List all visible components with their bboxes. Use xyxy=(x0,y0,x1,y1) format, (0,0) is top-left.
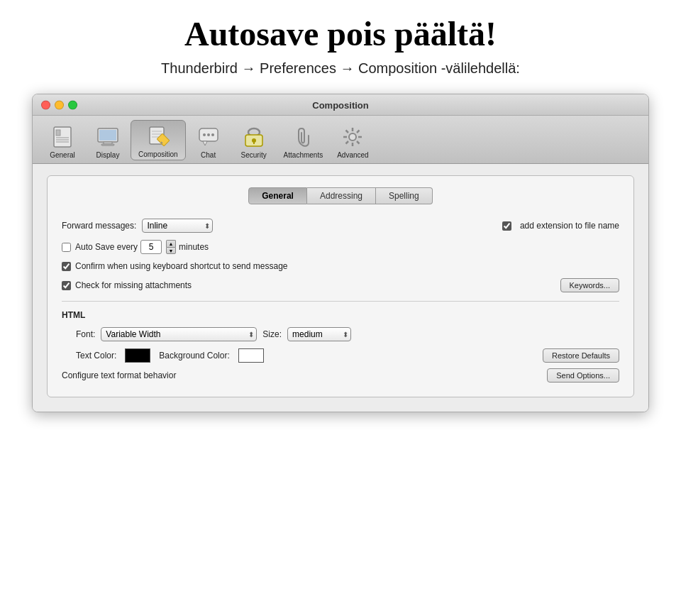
svg-point-18 xyxy=(207,133,210,136)
autosave-row: Auto Save every ▲ ▼ minutes xyxy=(62,240,619,254)
autosave-value-input[interactable] xyxy=(140,240,162,254)
minimize-button[interactable] xyxy=(55,100,64,109)
attachments-icon xyxy=(290,124,316,150)
send-options-button[interactable]: Send Options... xyxy=(547,368,619,383)
forward-messages-select-wrapper: Inline As Attachment xyxy=(142,219,213,233)
restore-defaults-button[interactable]: Restore Defaults xyxy=(543,348,619,363)
forward-messages-label: Forward messages: xyxy=(62,221,136,231)
close-button[interactable] xyxy=(41,100,50,109)
font-row: Font: Variable Width Serif Sans-Serif Mo… xyxy=(76,327,619,341)
toolbar-item-attachments[interactable]: Attachments xyxy=(277,121,331,160)
autosave-label: Auto Save every xyxy=(75,242,138,252)
size-select[interactable]: x-small small medium large x-large xyxy=(287,327,351,341)
svg-rect-6 xyxy=(99,130,116,141)
color-row: Text Color: Background Color: Restore De… xyxy=(76,348,619,363)
bg-color-label: Background Color: xyxy=(159,351,229,361)
toolbar-label-attachments: Attachments xyxy=(284,151,323,159)
toolbar-label-composition: Composition xyxy=(138,150,178,158)
check-attachments-label: Check for missing attachments xyxy=(75,280,192,290)
security-icon xyxy=(241,124,267,150)
separator-1 xyxy=(62,301,619,302)
toolbar-item-security[interactable]: Security xyxy=(231,121,277,160)
svg-line-29 xyxy=(346,131,349,133)
display-icon xyxy=(95,124,121,150)
traffic-lights xyxy=(41,100,77,109)
forward-messages-select[interactable]: Inline As Attachment xyxy=(142,219,213,233)
toolbar-label-general: General xyxy=(50,151,75,159)
configure-row: Configure text format behavior Send Opti… xyxy=(62,368,619,383)
autosave-stepper: ▲ ▼ xyxy=(166,240,176,254)
toolbar-item-advanced[interactable]: Advanced xyxy=(330,121,375,160)
configure-label: Configure text format behavior xyxy=(62,370,176,380)
window-title: Composition xyxy=(312,100,368,111)
subtitle: Thunderbird → Preferences → Composition … xyxy=(28,60,653,77)
svg-rect-8 xyxy=(101,144,114,145)
advanced-icon xyxy=(340,124,365,150)
svg-point-19 xyxy=(211,133,214,136)
toolbar-item-chat[interactable]: Chat xyxy=(186,121,231,160)
toolbar-label-advanced: Advanced xyxy=(337,151,368,159)
toolbar: General Display xyxy=(33,116,648,164)
mac-window: Composition General xyxy=(32,94,649,412)
toolbar-label-display: Display xyxy=(96,151,120,159)
subtabs: General Addressing Spelling xyxy=(62,187,619,204)
general-icon xyxy=(50,124,75,150)
inner-panel: General Addressing Spelling Forward mess… xyxy=(47,175,634,397)
add-extension-checkbox[interactable] xyxy=(502,221,511,231)
maximize-button[interactable] xyxy=(68,100,77,109)
svg-rect-1 xyxy=(56,130,60,136)
chat-icon xyxy=(196,124,221,150)
titlebar: Composition xyxy=(33,94,648,116)
bg-color-swatch[interactable] xyxy=(238,348,264,363)
toolbar-label-chat: Chat xyxy=(201,151,216,159)
toolbar-label-security: Security xyxy=(241,151,267,159)
content-area: General Addressing Spelling Forward mess… xyxy=(33,164,648,412)
page-title: Autosave pois päältä! xyxy=(28,14,653,53)
keywords-button[interactable]: Keywords... xyxy=(560,278,619,292)
size-label: Size: xyxy=(262,329,282,339)
size-select-wrapper: x-small small medium large x-large xyxy=(287,327,351,341)
font-select-wrapper: Variable Width Serif Sans-Serif Monospac… xyxy=(101,327,257,341)
text-color-label: Text Color: xyxy=(76,351,116,361)
confirm-keyboard-label: Confirm when using keyboard shortcut to … xyxy=(75,261,288,271)
autosave-unit: minutes xyxy=(179,242,209,252)
autosave-checkbox[interactable] xyxy=(62,243,71,252)
subtab-general[interactable]: General xyxy=(248,187,307,204)
text-color-swatch[interactable] xyxy=(125,348,150,363)
autosave-increment[interactable]: ▲ xyxy=(166,240,176,247)
toolbar-item-display[interactable]: Display xyxy=(85,121,131,160)
svg-line-30 xyxy=(357,141,360,144)
svg-line-31 xyxy=(357,131,360,133)
svg-point-17 xyxy=(203,133,206,136)
toolbar-item-composition[interactable]: Composition xyxy=(131,120,186,160)
confirm-keyboard-checkbox[interactable] xyxy=(62,262,71,271)
html-section-header: HTML xyxy=(62,310,619,320)
subtab-spelling[interactable]: Spelling xyxy=(376,187,433,204)
font-select[interactable]: Variable Width Serif Sans-Serif Monospac… xyxy=(101,327,257,341)
composition-icon xyxy=(145,123,171,149)
autosave-decrement[interactable]: ▼ xyxy=(166,247,176,254)
svg-marker-16 xyxy=(203,141,207,145)
toolbar-item-general[interactable]: General xyxy=(40,121,85,160)
svg-line-32 xyxy=(346,141,349,144)
font-label: Font: xyxy=(76,329,95,339)
subtab-addressing[interactable]: Addressing xyxy=(307,187,376,204)
check-attachments-checkbox[interactable] xyxy=(62,281,71,290)
forward-messages-row: Forward messages: Inline As Attachment a… xyxy=(62,219,619,233)
add-extension-label: add extension to file name xyxy=(520,221,619,231)
svg-point-24 xyxy=(349,133,356,141)
check-attachments-row: Check for missing attachments Keywords..… xyxy=(62,278,619,292)
confirm-keyboard-row: Confirm when using keyboard shortcut to … xyxy=(62,261,619,271)
